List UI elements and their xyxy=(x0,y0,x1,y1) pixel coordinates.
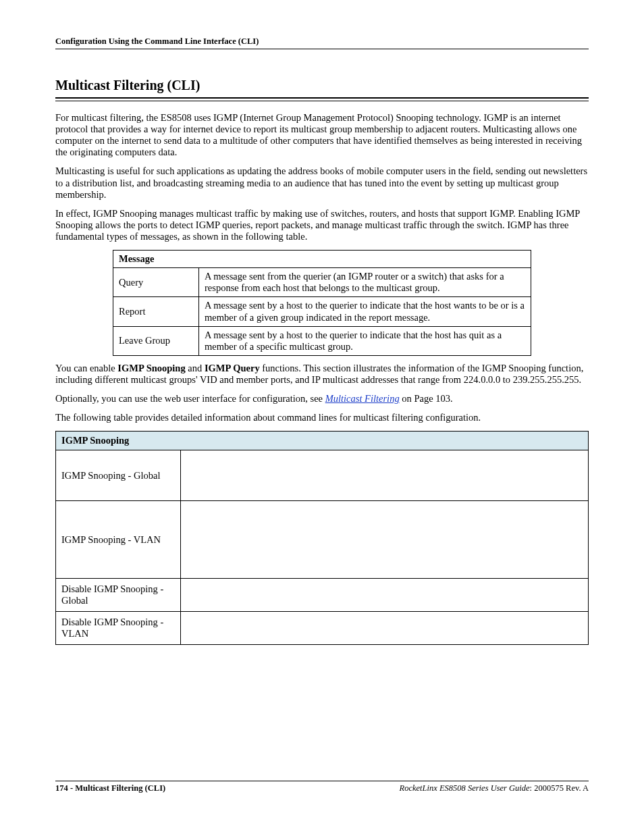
text: on Page 103. xyxy=(400,393,453,404)
cli-row-body xyxy=(181,501,589,579)
table-row: Disable IGMP Snooping - Global xyxy=(56,579,589,612)
messages-table-header: Message xyxy=(113,251,531,268)
msg-desc: A message sent by a host to the querier … xyxy=(199,297,531,326)
footer-right-italic: RocketLinx ES8508 Series User Guide xyxy=(400,783,530,793)
cli-row-label: Disable IGMP Snooping - Global xyxy=(56,579,181,612)
table-row: Report A message sent by a host to the q… xyxy=(113,297,531,326)
cli-row-label: Disable IGMP Snooping - VLAN xyxy=(56,612,181,645)
cli-row-body xyxy=(181,579,589,612)
footer-left: 174 - Multicast Filtering (CLI) xyxy=(55,783,165,793)
footer-right: RocketLinx ES8508 Series User Guide: 200… xyxy=(400,783,589,793)
msg-desc: A message sent from the querier (an IGMP… xyxy=(199,268,531,297)
msg-name: Leave Group xyxy=(113,326,199,355)
page: Configuration Using the Command Line Int… xyxy=(0,0,644,834)
section-title: Multicast Filtering (CLI) xyxy=(55,78,589,96)
msg-name: Report xyxy=(113,297,199,326)
bold-text: IGMP Query xyxy=(205,363,260,373)
msg-desc: A message sent by a host to the querier … xyxy=(199,326,531,355)
page-footer: 174 - Multicast Filtering (CLI) RocketLi… xyxy=(55,781,589,793)
paragraph-2: Multicasting is useful for such applicat… xyxy=(55,165,589,200)
messages-table: Message Query A message sent from the qu… xyxy=(113,250,531,356)
cli-row-label: IGMP Snooping - Global xyxy=(56,450,181,501)
paragraph-5: Optionally, you can use the web user int… xyxy=(55,393,589,405)
text: Optionally, you can use the web user int… xyxy=(55,393,325,404)
cli-row-body xyxy=(181,612,589,645)
cli-table-header: IGMP Snooping xyxy=(56,432,589,450)
bold-text: IGMP Snooping xyxy=(117,363,185,373)
cli-row-body xyxy=(181,450,589,501)
cli-row-label: IGMP Snooping - VLAN xyxy=(56,501,181,579)
paragraph-6: The following table provides detailed in… xyxy=(55,412,589,423)
paragraph-3: In effect, IGMP Snooping manages multica… xyxy=(55,208,589,242)
table-row: IGMP Snooping - Global xyxy=(56,450,589,501)
paragraph-1: For multicast filtering, the ES8508 uses… xyxy=(55,112,589,158)
text: You can enable xyxy=(55,363,117,373)
multicast-filtering-link[interactable]: Multicast Filtering xyxy=(325,393,400,404)
paragraph-4: You can enable IGMP Snooping and IGMP Qu… xyxy=(55,363,589,386)
running-header: Configuration Using the Command Line Int… xyxy=(55,36,589,49)
table-row: Query A message sent from the querier (a… xyxy=(113,268,531,297)
messages-table-wrap: Message Query A message sent from the qu… xyxy=(55,250,589,356)
text: and xyxy=(186,363,205,373)
table-row: IGMP Snooping - VLAN xyxy=(56,501,589,579)
cli-table: IGMP Snooping IGMP Snooping - Global IGM… xyxy=(55,431,589,645)
title-rule xyxy=(55,97,589,101)
table-row: Disable IGMP Snooping - VLAN xyxy=(56,612,589,645)
footer-right-plain: : 2000575 Rev. A xyxy=(530,783,589,793)
msg-name: Query xyxy=(113,268,199,297)
table-row: Leave Group A message sent by a host to … xyxy=(113,326,531,355)
